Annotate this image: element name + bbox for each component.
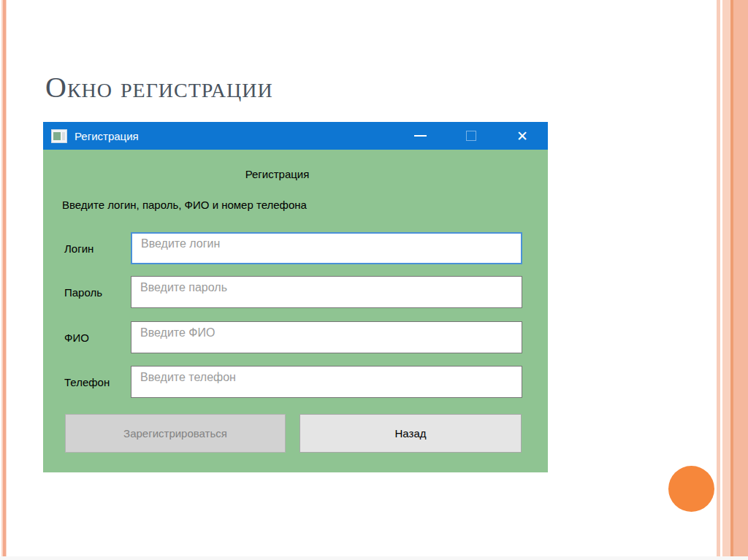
fullname-input[interactable] xyxy=(131,321,522,353)
register-button[interactable]: Зарегистрироваться xyxy=(65,414,286,453)
window-titlebar[interactable]: Регистрация ✕ xyxy=(43,122,548,150)
login-input[interactable] xyxy=(131,232,522,264)
orange-circle-decoration xyxy=(668,466,714,512)
form-heading: Регистрация xyxy=(43,168,511,180)
window-title: Регистрация xyxy=(75,130,139,142)
app-icon-pane xyxy=(53,132,61,140)
close-button[interactable]: ✕ xyxy=(497,122,548,150)
maximize-button[interactable] xyxy=(446,122,497,150)
window-controls: ✕ xyxy=(394,122,548,150)
back-button[interactable]: Назад xyxy=(299,414,522,453)
password-label: Пароль xyxy=(64,276,102,308)
registration-form: Регистрация Введите логин, пароль, ФИО и… xyxy=(43,150,548,472)
registration-window: Регистрация ✕ Регистрация Введите логин,… xyxy=(43,122,548,472)
right-stripe-decoration xyxy=(715,0,748,560)
left-stripe-decoration xyxy=(0,0,9,560)
minimize-icon xyxy=(414,135,427,137)
form-instruction: Введите логин, пароль, ФИО и номер телеф… xyxy=(62,199,307,211)
app-window-icon xyxy=(51,129,67,143)
fullname-label: ФИО xyxy=(64,321,89,353)
phone-label: Телефон xyxy=(64,366,110,398)
slide-canvas: Окно регистрации Регистрация ✕ Реги xyxy=(0,0,748,560)
bottom-band-decoration xyxy=(0,556,748,560)
phone-input[interactable] xyxy=(131,366,522,398)
password-input[interactable] xyxy=(131,276,522,308)
slide-title: Окно регистрации xyxy=(45,70,273,105)
maximize-icon xyxy=(466,131,476,141)
login-label: Логин xyxy=(64,232,94,264)
close-icon: ✕ xyxy=(516,129,528,143)
app-icon-pane-side xyxy=(62,132,65,140)
minimize-button[interactable] xyxy=(394,122,446,150)
